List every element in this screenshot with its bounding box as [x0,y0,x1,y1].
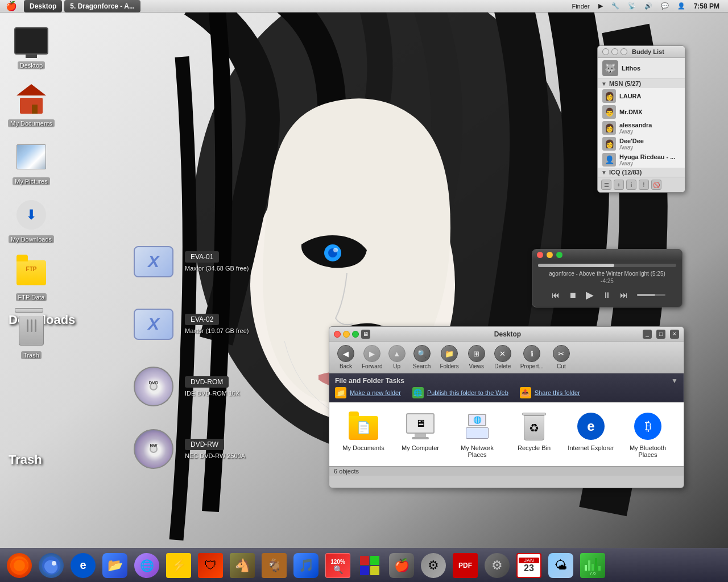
explorer-min-btn[interactable] [343,331,350,338]
player-progress-bar[interactable] [538,264,676,267]
dock-system[interactable]: ⚙ [419,551,448,580]
desktop-icon-documents[interactable]: My Documents [6,81,57,127]
buddy-contact-deedee[interactable]: 👩 Dee'Dee Away [598,136,685,152]
file-item-computer[interactable]: 🖥 My Computer [395,408,446,460]
task-publish[interactable]: 🌐 Publish this folder to the Web [412,387,508,398]
toolbar-back-btn[interactable]: ◀ Back [334,344,358,371]
drive-eva01-label: EVA-01 Maxtor (34.68 GB free) [185,251,249,272]
apple-menu[interactable]: 🍎 [0,1,23,11]
buddy-avatar-alessandra: 👩 [602,121,616,135]
tray-icon-5: 👤 [675,2,688,10]
toolbar-forward-btn[interactable]: ▶ Forward [360,344,384,371]
drive-dvdrw[interactable]: RW DVD-RW NEC DVD-RW 2500A [131,426,249,472]
drive-dvdrom[interactable]: DVD DVD-ROM IDE DVD-ROM 16X [131,364,249,409]
dock-animal[interactable]: 🐐 [259,551,289,580]
explorer-close-icon[interactable]: × [670,330,679,339]
menubar: 🍎 Desktop 5. Dragonforce - A... Finder ▶… [0,0,728,13]
dvd-label-text: DVD [149,380,159,385]
buddy-btn-add[interactable]: + [614,180,624,190]
dock-cpu[interactable]: 7.6 [578,551,607,580]
mac-icon: 🍎 [389,553,414,578]
task-share[interactable]: 📤 Share this folder [520,387,580,398]
pictures-icon-img [13,139,49,175]
toolbar-cut-btn[interactable]: ✂ Cut [549,344,573,371]
desktop-icon-desktop[interactable]: Desktop [6,23,57,69]
player-play-btn[interactable]: ▶ [584,288,596,302]
buddy-btn-info[interactable]: i [626,180,636,190]
buddy-close-dot[interactable] [602,48,609,55]
toolbar-views-btn[interactable]: ⊞ Views [465,344,489,371]
house-door [32,105,38,114]
file-item-ie[interactable]: e Internet Explorer [565,408,617,460]
dock-thunderbird[interactable] [36,551,66,580]
dock-windows[interactable] [355,551,384,580]
drive-eva01[interactable]: X EVA-01 Maxtor (34.68 GB free) [131,239,249,284]
buddy-icq-header[interactable]: ▼ ICQ (12/83) [598,168,685,177]
player-close-btn[interactable] [537,252,543,258]
toolbar-delete-btn[interactable]: ✕ Delete [491,344,515,371]
dock-magnify[interactable]: 120% 🔍 [323,551,353,580]
dock-firefox[interactable] [5,551,34,580]
desktop-icon-ftp[interactable]: FTP FTP Data [6,255,57,301]
buddy-btn-menu[interactable]: ☰ [601,180,611,190]
buddy-contact-laura[interactable]: 👩 LAURA [598,88,685,104]
player-stop-btn[interactable]: ⏹ [566,289,579,301]
desktop-icon-pictures[interactable]: My Pictures [6,139,57,185]
dock-shield[interactable]: 🛡 [196,551,225,580]
task-new-folder[interactable]: 📁 Make a new folder [335,387,401,398]
buddy-contact-hyuga[interactable]: 👤 Hyuga Ricdeau - ... Away [598,152,685,168]
player-max-btn[interactable] [556,252,562,258]
drive-eva02-icon: X [131,301,176,347]
dock-ie[interactable]: e [68,551,98,580]
menu-desktop[interactable]: Desktop [24,0,62,13]
dock-emule[interactable]: 🐴 [228,551,257,580]
windows-svg [359,555,380,576]
file-item-recycle[interactable]: ♻ Recycle Bin [508,408,560,460]
toolbar-views-label: Views [469,363,484,369]
desktop-icon-downloads[interactable]: ⬇ My Downloads [6,197,57,243]
taskbar: e 📂 🌐 ⚡ 🛡 🐴 🐐 🎵 120% 🔍 [0,548,728,582]
buddy-name-alessandra: alessandra [619,122,680,128]
dock-finder[interactable]: 📂 [100,551,130,580]
buddy-msn-header[interactable]: ▼ MSN (5/27) [598,79,685,88]
file-item-bluetooth[interactable]: ₿ My Bluetooth Places [622,408,673,460]
fi-recycle-icon: ♻ [518,410,550,442]
file-item-network[interactable]: 🌐 My Network Places [452,408,503,460]
toolbar-search-btn[interactable]: 🔍 Search [410,344,435,371]
explorer-max-btn[interactable] [352,331,359,338]
player-prev-btn[interactable]: ⏮ [549,289,562,301]
desktop-icon-trash[interactable]: Trash [6,313,57,359]
dock-lightning[interactable]: ⚡ [164,551,193,580]
buddy-contact-alessandra[interactable]: 👩 alessandra Away [598,120,685,136]
buddy-user-row: 🐺 Lithos [598,58,685,79]
dock-gear[interactable]: ⚙ [482,551,512,580]
buddy-contact-mrdmx[interactable]: 👨 Mr.DMX [598,104,685,120]
toolbar-up-btn[interactable]: ▲ Up [387,344,407,371]
dock-calendar[interactable]: JAN 23 [514,551,544,580]
player-pause-btn[interactable]: ⏸ [601,289,613,301]
toolbar-folders-btn[interactable]: 📁 Folders [436,344,462,371]
player-min-btn[interactable] [547,252,553,258]
file-item-documents[interactable]: 📄 My Documents [338,408,389,460]
buddy-name-mrdmx: Mr.DMX [619,109,680,115]
toolbar-properties-btn[interactable]: ℹ Propert... [517,344,547,371]
buddy-btn-warn[interactable]: ! [639,180,649,190]
explorer-minimize-icon[interactable]: _ [643,330,652,339]
buddy-min-dot[interactable] [611,48,618,55]
menu-player[interactable]: 5. Dragonforce - A... [64,0,140,13]
task-panel-arrow[interactable]: ▼ [671,377,678,385]
dock-music[interactable]: 🎵 [291,551,321,580]
explorer-close-btn[interactable] [334,331,341,338]
player-next-btn[interactable]: ⏭ [618,289,630,301]
dock-pdf[interactable]: PDF [450,551,480,580]
explorer-favicon: 🖥 [361,330,370,339]
drive-eva02[interactable]: X EVA-02 Maxtor (19.07 GB free) [131,301,249,347]
dock-mac[interactable]: 🍎 [387,551,416,580]
buddy-btn-block[interactable]: 🚫 [651,180,661,190]
dock-weather[interactable]: 🌤 [546,551,576,580]
explorer-maximize-icon[interactable]: □ [656,330,665,339]
dock-network[interactable]: 🌐 [132,551,162,580]
buddy-max-dot[interactable] [621,48,627,55]
fi-computer-shape: 🖥 [406,413,435,439]
player-volume-slider[interactable] [637,294,665,296]
